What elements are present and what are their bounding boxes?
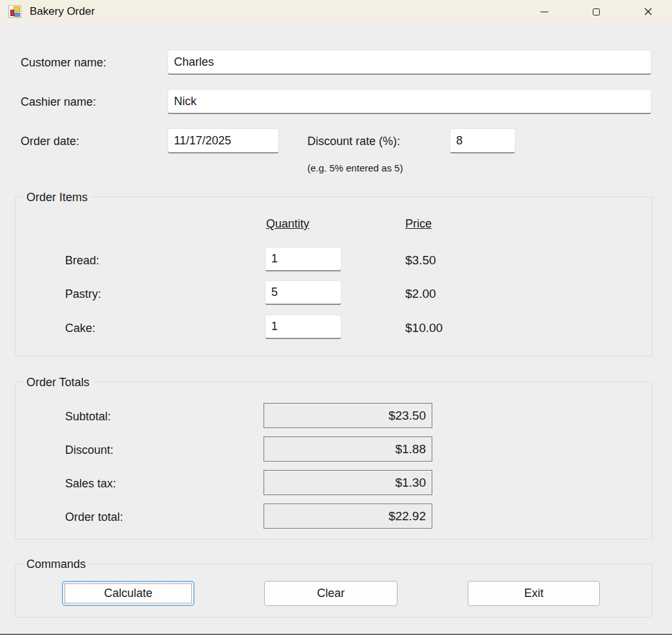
close-icon xyxy=(644,7,653,16)
cake-quantity-input[interactable] xyxy=(265,315,341,339)
maximize-button[interactable] xyxy=(581,0,611,23)
bread-price: $3.50 xyxy=(405,253,436,268)
order-total-value: $22.92 xyxy=(264,503,432,529)
subtotal-value: $23.50 xyxy=(264,403,432,428)
pastry-label: Pastry: xyxy=(65,286,101,302)
bread-label: Bread: xyxy=(65,253,99,268)
window-title: Bakery Order xyxy=(30,0,95,23)
calculate-button[interactable]: Calculate xyxy=(62,581,195,606)
discount-label: Discount: xyxy=(65,442,113,458)
discount-rate-hint: (e.g. 5% entered as 5) xyxy=(307,161,403,176)
discount-value: $1.88 xyxy=(264,436,432,462)
pastry-price: $2.00 xyxy=(405,286,436,302)
cashier-name-input[interactable] xyxy=(168,89,651,114)
price-column-header: Price xyxy=(405,216,432,231)
discount-rate-label: Discount rate (%): xyxy=(307,133,400,149)
subtotal-label: Subtotal: xyxy=(65,409,111,424)
bakery-order-window: Bakery Order Customer name: Cashier name… xyxy=(0,0,672,635)
exit-button[interactable]: Exit xyxy=(468,581,600,606)
app-icon xyxy=(8,5,21,18)
pastry-quantity-input[interactable] xyxy=(265,280,341,305)
minimize-button[interactable] xyxy=(530,0,559,23)
order-date-label: Order date: xyxy=(21,133,79,149)
cake-label: Cake: xyxy=(65,320,95,336)
customer-name-input[interactable] xyxy=(168,50,651,75)
cashier-name-label: Cashier name: xyxy=(21,94,96,110)
commands-group-title: Commands xyxy=(23,556,89,572)
order-items-group-title: Order Items xyxy=(23,190,91,205)
title-bar: Bakery Order xyxy=(0,0,672,23)
minimize-icon xyxy=(541,12,548,12)
discount-rate-input[interactable] xyxy=(450,128,515,153)
order-date-input[interactable] xyxy=(168,128,279,153)
order-totals-group: Order Totals Subtotal: $23.50 Discount: … xyxy=(15,382,653,540)
bread-quantity-input[interactable] xyxy=(265,247,341,271)
maximize-icon xyxy=(593,8,600,15)
cake-price: $10.00 xyxy=(405,320,443,336)
quantity-column-header: Quantity xyxy=(266,216,309,231)
sales-tax-value: $1.30 xyxy=(264,470,432,495)
customer-name-label: Customer name: xyxy=(21,55,106,70)
commands-group: Commands Calculate Clear Exit xyxy=(15,563,653,618)
clear-button[interactable]: Clear xyxy=(264,581,398,606)
order-items-group: Order Items Quantity Price Bread: $3.50 … xyxy=(15,197,653,357)
order-totals-group-title: Order Totals xyxy=(23,375,93,390)
close-button[interactable] xyxy=(633,0,663,23)
order-total-label: Order total: xyxy=(65,509,123,525)
sales-tax-label: Sales tax: xyxy=(65,476,116,491)
